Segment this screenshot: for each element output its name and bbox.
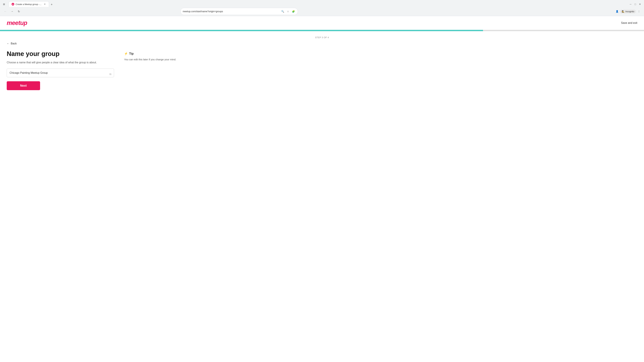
tip-lightning-icon: ⚡ bbox=[124, 52, 128, 55]
progress-bar-container bbox=[0, 30, 644, 31]
page-header: meetup Save and exit bbox=[0, 16, 644, 30]
char-count: 31 bbox=[109, 73, 112, 75]
step-label: STEP 3 OF 4 bbox=[7, 36, 637, 39]
back-link[interactable]: ← Back bbox=[7, 42, 17, 45]
url-text: meetup.com/start/name?origin=groups bbox=[183, 10, 279, 13]
reload-button[interactable]: ↻ bbox=[16, 9, 22, 14]
incognito-icon: 🕵 bbox=[622, 10, 624, 13]
main-form: Name your group Choose a name that will … bbox=[7, 50, 114, 90]
maximize-button[interactable]: □ bbox=[633, 2, 637, 6]
browser-right-controls: ─ □ ✕ bbox=[628, 2, 642, 6]
tip-header: ⚡ Tip bbox=[124, 52, 178, 55]
close-button[interactable]: ✕ bbox=[638, 2, 642, 6]
tab-close-button[interactable]: ✕ bbox=[44, 3, 46, 5]
forward-nav-button[interactable]: → bbox=[10, 9, 15, 14]
content-layout: Name your group Choose a name that will … bbox=[7, 50, 637, 90]
page: meetup Save and exit STEP 3 OF 4 ← Back … bbox=[0, 16, 644, 95]
back-arrow-icon: ← bbox=[7, 42, 10, 45]
tab-bar: m Create a Meetup group - Meet... ✕ + bbox=[8, 1, 55, 7]
incognito-label: Incognito bbox=[626, 10, 634, 13]
progress-bar-fill bbox=[0, 30, 483, 31]
active-tab[interactable]: m Create a Meetup group - Meet... ✕ bbox=[9, 1, 49, 7]
group-name-input-container: 31 bbox=[7, 68, 114, 77]
back-nav-button[interactable]: ← bbox=[3, 9, 8, 14]
tip-label: Tip bbox=[129, 52, 134, 55]
window-menu-button[interactable]: ⊞ bbox=[2, 2, 6, 6]
save-exit-button[interactable]: Save and exit bbox=[621, 21, 637, 24]
browser-chrome: ⊞ m Create a Meetup group - Meet... ✕ + … bbox=[0, 0, 644, 16]
bookmark-icon[interactable]: ☆ bbox=[286, 9, 290, 14]
incognito-badge[interactable]: 🕵 Incognito bbox=[620, 9, 636, 13]
tab-favicon: m bbox=[12, 3, 14, 5]
group-name-input[interactable] bbox=[10, 71, 111, 74]
profile-icon[interactable]: 👤 bbox=[615, 9, 619, 14]
extensions-icon[interactable]: 🧩 bbox=[291, 9, 296, 14]
browser-titlebar: ⊞ m Create a Meetup group - Meet... ✕ + … bbox=[0, 0, 644, 7]
page-subtitle: Choose a name that will give people a cl… bbox=[7, 60, 114, 64]
back-label: Back bbox=[11, 42, 17, 45]
page-title: Name your group bbox=[7, 50, 114, 58]
new-tab-button[interactable]: + bbox=[49, 2, 54, 7]
window-controls: ⊞ bbox=[2, 2, 6, 6]
more-options-button[interactable]: ⋮ bbox=[636, 9, 641, 14]
address-bar: ← → ↻ meetup.com/start/name?origin=group… bbox=[0, 7, 644, 16]
url-icons: 🔍 ☆ 🧩 bbox=[280, 9, 296, 14]
meetup-logo[interactable]: meetup bbox=[7, 19, 27, 26]
next-button[interactable]: Next bbox=[7, 81, 40, 90]
page-body: STEP 3 OF 4 ← Back Name your group Choos… bbox=[0, 31, 644, 95]
minimize-button[interactable]: ─ bbox=[628, 2, 632, 6]
tip-text: You can edit this later if you change yo… bbox=[124, 57, 178, 61]
tip-section: ⚡ Tip You can edit this later if you cha… bbox=[124, 50, 178, 61]
search-icon[interactable]: 🔍 bbox=[280, 9, 285, 14]
tab-title: Create a Meetup group - Meet... bbox=[16, 3, 42, 5]
url-bar[interactable]: meetup.com/start/name?origin=groups 🔍 ☆ … bbox=[180, 8, 298, 15]
